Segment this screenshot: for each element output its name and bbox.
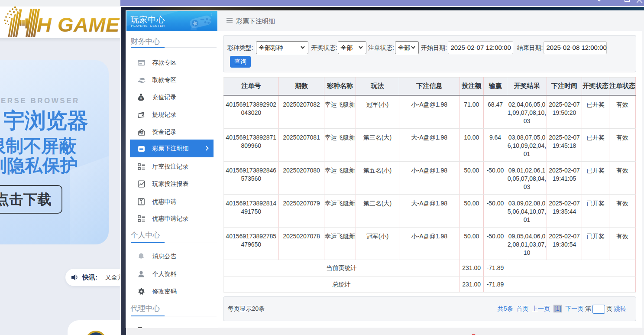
svg-text:¥: ¥ xyxy=(141,133,142,135)
svg-text:H GAME: H GAME xyxy=(37,13,120,36)
